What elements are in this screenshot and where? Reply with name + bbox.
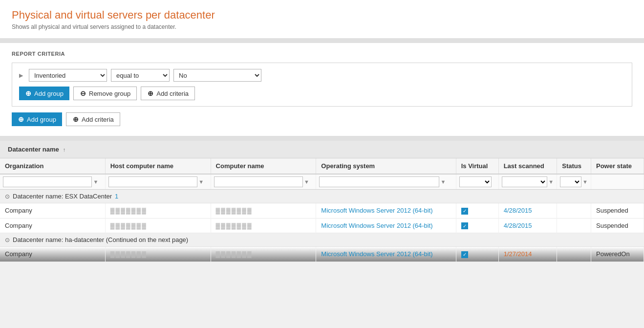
cell-power-state: Suspended: [591, 203, 644, 219]
filter-os[interactable]: [319, 176, 439, 187]
filter-icon-os: ▼: [440, 179, 446, 185]
cell-computer: ▓▓▓▓▓▓▓: [211, 203, 316, 219]
table-header-row: Organization Host computer name Computer…: [0, 158, 644, 174]
data-section: Datacenter name ↑ Organization Host comp…: [0, 141, 644, 262]
remove-group-button[interactable]: ⊖ Remove group: [73, 87, 137, 100]
col-power-state: Power state: [591, 158, 644, 174]
filter-row: ▼ ▼ ▼ ▼ ▼ ▼: [0, 174, 644, 190]
cell-is-virtual: ✓: [456, 247, 498, 262]
filter-organization[interactable]: [3, 176, 92, 187]
col-status: Status: [557, 158, 591, 174]
col-operating-system: Operating system: [316, 158, 456, 174]
add-criteria-button-inner[interactable]: ⊕ Add criteria: [141, 87, 195, 100]
cell-computer: ▓▓▓▓▓▓▓: [211, 247, 316, 262]
datacenter-name-header: Datacenter name: [8, 146, 59, 153]
report-criteria-label: REPORT CRITERIA: [12, 51, 632, 57]
cell-host-computer: ▓▓▓▓▓▓▓: [105, 218, 211, 233]
datacenter-label-esx: Datacenter name: ESX DataCenter: [13, 193, 112, 200]
filter-icon-organization: ▼: [93, 179, 98, 185]
col-is-virtual: Is Virtual: [456, 158, 498, 174]
table-row: Company ▓▓▓▓▓▓▓ ▓▓▓▓▓▓▓ Microsoft Window…: [0, 218, 644, 233]
criteria-operator-select[interactable]: equal tonot equal tocontainsdoes not con…: [111, 69, 170, 82]
criteria-arrow: ▶: [19, 72, 23, 79]
sort-icon[interactable]: ↑: [63, 147, 66, 153]
cell-status: [557, 203, 591, 219]
remove-group-icon: ⊖: [80, 90, 86, 97]
cell-host-computer: ▓▓▓▓▓▓▓: [105, 203, 211, 219]
cell-organization: Company: [0, 247, 105, 262]
datacenter-group-ha: ⊙ Datacenter name: ha-datacenter (Contin…: [0, 233, 644, 247]
cell-power-state: Suspended: [591, 218, 644, 233]
cell-status: [557, 247, 591, 262]
datacenter-group-esx: ⊙ Datacenter name: ESX DataCenter 1: [0, 190, 644, 203]
filter-is-virtual[interactable]: [459, 176, 492, 187]
col-computer-name: Computer name: [211, 158, 316, 174]
filter-icon-computer: ▼: [304, 179, 309, 185]
cell-os: Microsoft Windows Server 2012 (64-bit): [316, 203, 456, 219]
cell-status: [557, 218, 591, 233]
outer-add-criteria-button[interactable]: ⊕ Add criteria: [66, 112, 120, 126]
cell-os: Microsoft Windows Server 2012 (64-bit): [316, 247, 456, 262]
col-last-scanned: Last scanned: [498, 158, 557, 174]
filter-icon-last-scanned: ▼: [548, 179, 554, 185]
criteria-field-select[interactable]: InventoriedOrganizationComputer nameHost…: [29, 69, 107, 82]
add-criteria-icon-inner: ⊕: [147, 90, 154, 97]
cell-last-scanned: 4/28/2015: [498, 218, 557, 233]
cell-is-virtual: ✓: [456, 218, 498, 233]
collapse-icon-esx[interactable]: ⊙: [5, 193, 10, 200]
filter-icon-status: ▼: [582, 179, 588, 185]
collapse-icon-ha[interactable]: ⊙: [5, 237, 10, 243]
cell-os: Microsoft Windows Server 2012 (64-bit): [316, 218, 456, 233]
criteria-group-box: ▶ InventoriedOrganizationComputer nameHo…: [12, 63, 632, 107]
page-subtitle: Shows all physical and virtual servers a…: [12, 23, 632, 30]
add-group-button[interactable]: ⊕ Add group: [19, 87, 69, 100]
cell-computer: ▓▓▓▓▓▓▓: [211, 218, 316, 233]
filter-host-computer[interactable]: [108, 176, 198, 187]
cell-organization: Company: [0, 218, 105, 233]
checkbox-virtual: ✓: [461, 208, 468, 215]
outer-add-group-icon: ⊕: [18, 116, 24, 123]
outer-add-group-button[interactable]: ⊕ Add group: [12, 112, 62, 126]
criteria-value-select[interactable]: NoYes: [173, 69, 261, 82]
cell-power-state: PoweredOn: [591, 247, 644, 262]
col-host-computer-name: Host computer name: [105, 158, 211, 174]
filter-status[interactable]: [560, 176, 581, 187]
filter-last-scanned[interactable]: [502, 176, 548, 187]
datacenter-label-ha: Datacenter name: ha-datacenter (Continue…: [13, 236, 188, 243]
filter-computer[interactable]: [214, 176, 303, 187]
add-group-icon: ⊕: [25, 90, 32, 97]
checkbox-virtual: ✓: [461, 222, 468, 229]
filter-icon-host: ▼: [198, 179, 204, 185]
cell-organization: Company: [0, 203, 105, 219]
datacenter-link-esx[interactable]: 1: [115, 193, 118, 200]
cell-last-scanned: 4/28/2015: [498, 203, 557, 219]
table-row: Company ▓▓▓▓▓▓▓ ▓▓▓▓▓▓▓ Microsoft Window…: [0, 247, 644, 262]
page-title: Physical and virtual servers per datacen…: [12, 9, 632, 22]
cell-is-virtual: ✓: [456, 203, 498, 219]
cell-host-computer: ▓▓▓▓▓▓▓: [105, 247, 211, 262]
cell-last-scanned: 1/27/2014: [498, 247, 557, 262]
checkbox-virtual: ✓: [461, 251, 468, 258]
col-organization: Organization: [0, 158, 105, 174]
outer-add-criteria-icon: ⊕: [72, 116, 79, 123]
table-row: Company ▓▓▓▓▓▓▓ ▓▓▓▓▓▓▓ Microsoft Window…: [0, 203, 644, 219]
